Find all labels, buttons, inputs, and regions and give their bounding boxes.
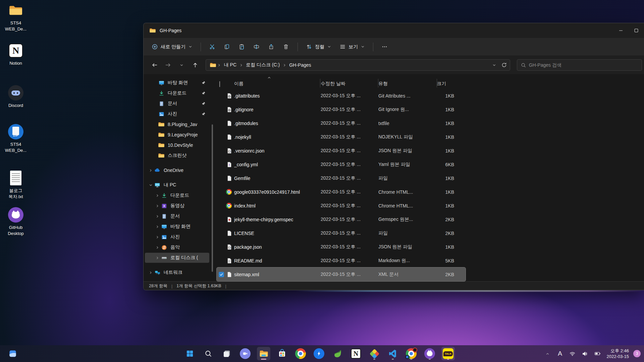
breadcrumb-item[interactable]: 내 PC xyxy=(222,61,238,69)
chevron-right-icon[interactable] xyxy=(154,225,160,229)
breadcrumb-separator-icon[interactable] xyxy=(282,63,287,67)
breadcrumb-item[interactable]: GH-Pages xyxy=(287,62,313,68)
titlebar[interactable]: GH-Pages xyxy=(144,23,644,38)
chevron-right-icon[interactable] xyxy=(154,245,160,250)
sidebar-scrollbar[interactable] xyxy=(211,74,214,281)
widgets-button[interactable] xyxy=(5,347,20,360)
search-input[interactable] xyxy=(529,62,638,68)
chevron-right-icon[interactable] xyxy=(154,256,160,260)
notification-badge[interactable]: 3 xyxy=(633,350,641,357)
column-divider[interactable] xyxy=(378,79,378,87)
file-row-Gemfile[interactable]: Gemfile2022-03-15 오후 ...파일1KB xyxy=(217,171,466,185)
column-divider[interactable] xyxy=(320,79,320,87)
taskbar-chrome-badged-button[interactable] xyxy=(405,347,418,360)
file-row-.gitmodules[interactable]: .gitmodules2022-03-15 오후 ...txtfile1KB xyxy=(217,116,466,130)
file-row-jekyll-theme-chirpy.gemspec[interactable]: jekyll-theme-chirpy.gemspec2022-03-15 오후… xyxy=(217,213,466,226)
desktop-icon-sts4-web-de...[interactable]: ZIPSTS4WEB_De... xyxy=(1,123,31,154)
address-bar[interactable]: 내 PC로컬 디스크 (C:)GH-Pages xyxy=(206,59,510,71)
sidebar-item-로컬-디스크-([interactable]: 로컬 디스크 ( xyxy=(145,253,209,263)
taskbar-vscode-button[interactable] xyxy=(386,347,399,360)
file-row-README.md[interactable]: README.md2022-03-15 오후 ...Markdown 원...5… xyxy=(217,254,466,267)
file-row-package.json[interactable]: {}package.json2022-03-15 오후 ...JSON 원본 파… xyxy=(217,240,466,254)
copy-button[interactable] xyxy=(220,41,234,53)
select-all-checkbox[interactable] xyxy=(219,81,220,87)
taskbar-chrome-button[interactable] xyxy=(294,347,307,360)
file-row-.gitattributes[interactable]: .gitattributes2022-03-15 오후 ...Git Attri… xyxy=(217,89,466,103)
volume-icon[interactable] xyxy=(580,348,590,360)
back-button[interactable] xyxy=(149,59,160,71)
chevron-right-icon[interactable] xyxy=(154,235,160,239)
sidebar-item-문서[interactable]: 문서 xyxy=(145,211,209,221)
chevron-right-icon[interactable] xyxy=(154,204,160,208)
sidebar-item-8.pluging_jav[interactable]: 8.Pluging_Jav xyxy=(145,119,209,129)
chevron-right-icon[interactable] xyxy=(154,214,160,219)
taskbar-kakaotalk-button[interactable]: TALK xyxy=(441,347,455,360)
hidden-icons-button[interactable] xyxy=(543,348,553,360)
taskbar-chat-button[interactable] xyxy=(238,347,252,360)
desktop-icon-sts4-web-de...[interactable]: STS4WEB_De... xyxy=(1,2,31,32)
breadcrumb-item[interactable]: 로컬 디스크 (C:) xyxy=(244,61,282,69)
sidebar-item-문서[interactable]: 문서 xyxy=(145,99,209,109)
sidebar-item-네트워크[interactable]: 네트워크 xyxy=(145,267,209,278)
desktop-icon-discord[interactable]: Discord xyxy=(1,84,31,109)
desktop-icon-notion[interactable]: NNotion xyxy=(1,42,31,66)
file-row-_config.yml[interactable]: !_config.yml2022-03-15 오후 ...Yaml 원본 파일6… xyxy=(217,158,466,171)
sidebar-item-바탕-화면[interactable]: 바탕 화면 xyxy=(145,222,209,232)
breadcrumb-separator-icon[interactable] xyxy=(238,63,244,67)
file-row-LICENSE[interactable]: LICENSE2022-03-15 오후 ...파일2KB xyxy=(217,226,466,240)
file-row-.nojekyll[interactable]: .nojekyll2022-03-15 오후 ...NOJEKYLL 파일1KB xyxy=(217,130,466,144)
file-row-google03337e0910c24917.html[interactable]: google03337e0910c24917.html2022-03-15 오후… xyxy=(217,185,466,199)
taskbar-start-button[interactable] xyxy=(183,347,197,360)
sidebar-item-9.legacyproje[interactable]: 9.LegacyProje xyxy=(145,130,209,140)
clock[interactable]: 오후 2:46 2022-03-15 xyxy=(605,348,631,359)
column-header-name[interactable]: 이름 xyxy=(234,81,321,87)
wifi-icon[interactable] xyxy=(568,348,578,360)
paste-button[interactable] xyxy=(235,41,249,53)
share-button[interactable] xyxy=(265,41,278,53)
more-options-button[interactable] xyxy=(378,41,391,53)
column-header-type[interactable]: 유형 xyxy=(378,81,437,87)
row-checkbox-checked[interactable] xyxy=(219,272,224,277)
recent-locations-button[interactable] xyxy=(176,59,187,71)
scrollbar-thumb[interactable] xyxy=(212,124,213,272)
chevron-right-icon[interactable] xyxy=(148,270,154,275)
taskbar-explorer-button[interactable] xyxy=(257,347,270,360)
chevron-right-icon[interactable] xyxy=(148,168,154,173)
sidebar-item-10.devstyle[interactable]: 10.DevStyle xyxy=(145,140,209,150)
rename-button[interactable] xyxy=(250,41,263,53)
sidebar-item-사진[interactable]: 사진 xyxy=(145,109,209,119)
desktop-icon-블로그-목차.txt[interactable]: 블로그목차.txt xyxy=(1,170,31,200)
file-row-.gitignore[interactable]: .gitignore2022-03-15 오후 ...Git Ignore 원.… xyxy=(217,103,466,116)
battery-icon[interactable] xyxy=(592,348,602,360)
forward-button[interactable] xyxy=(162,59,174,71)
sidebar-item-바탕-화면[interactable]: 바탕 화면 xyxy=(145,78,209,88)
refresh-icon[interactable] xyxy=(501,62,507,68)
up-button[interactable] xyxy=(190,59,201,71)
taskbar-store-button[interactable] xyxy=(275,347,289,360)
column-header-date[interactable]: 수정한 날짜 xyxy=(321,81,378,87)
sidebar-item-음악[interactable]: 음악 xyxy=(145,242,209,252)
file-row-sitemap.xml[interactable]: sitemap.xml2022-03-15 오후 ...XML 문서2KB xyxy=(217,267,466,281)
cut-button[interactable] xyxy=(206,41,219,53)
taskbar-taskview-button[interactable] xyxy=(220,347,233,360)
sidebar-item-다운로드[interactable]: 다운로드 xyxy=(145,190,209,200)
file-row-.versionrc.json[interactable]: {}.versionrc.json2022-03-15 오후 ...JSON 원… xyxy=(217,144,466,158)
address-dropdown-icon[interactable] xyxy=(492,63,496,67)
column-divider[interactable] xyxy=(437,79,437,87)
view-button[interactable]: 보기 xyxy=(336,41,368,53)
taskbar-notion-button[interactable]: N xyxy=(349,347,363,360)
sidebar-item-스크린샷[interactable]: 스크린샷 xyxy=(145,150,209,161)
sidebar-item-동영상[interactable]: 동영상 xyxy=(145,201,209,211)
sort-button[interactable]: 정렬 xyxy=(303,41,335,53)
maximize-button[interactable] xyxy=(629,23,644,38)
delete-button[interactable] xyxy=(279,41,293,53)
ime-indicator[interactable]: A xyxy=(555,348,565,360)
sidebar-item-onedrive[interactable]: OneDrive xyxy=(145,165,209,175)
chevron-down-icon[interactable] xyxy=(148,183,154,187)
file-row-index.html[interactable]: index.html2022-03-15 오후 ...Chrome HTML..… xyxy=(217,199,466,213)
desktop-icon-github-desktop[interactable]: GitHubDesktop xyxy=(1,206,31,237)
taskbar-spring-button[interactable] xyxy=(331,347,344,360)
chevron-right-icon[interactable] xyxy=(154,193,160,198)
minimize-button[interactable] xyxy=(613,23,629,38)
taskbar-diamond-button[interactable] xyxy=(368,347,381,360)
